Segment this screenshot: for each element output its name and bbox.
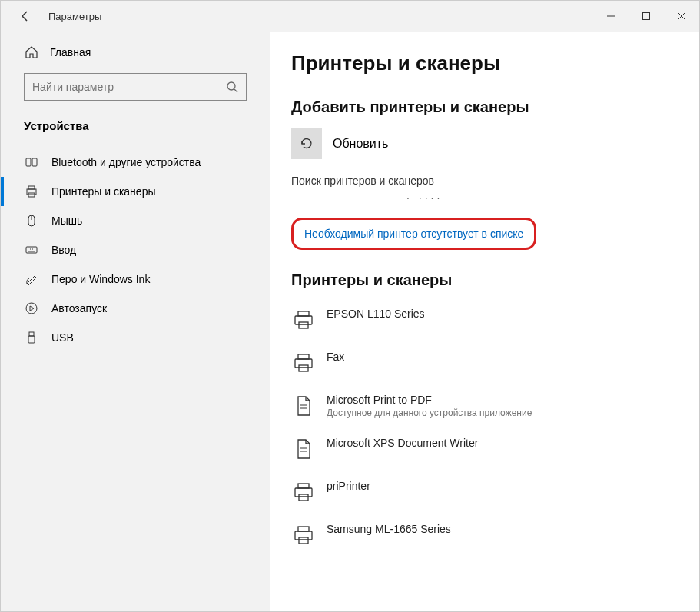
autoplay-icon bbox=[24, 301, 39, 315]
sidebar-item-printers[interactable]: Принтеры и сканеры bbox=[24, 177, 247, 206]
sidebar-item-label: Автозапуск bbox=[51, 302, 107, 314]
svg-rect-32 bbox=[299, 494, 308, 501]
usb-icon bbox=[24, 331, 39, 344]
svg-rect-19 bbox=[28, 336, 35, 343]
sidebar-item-label: Принтеры и сканеры bbox=[51, 185, 155, 198]
refresh-button[interactable] bbox=[291, 128, 322, 159]
svg-rect-1 bbox=[643, 13, 650, 20]
printer-item[interactable]: Microsoft XPS Document Writer bbox=[291, 431, 699, 474]
printer-item[interactable]: EPSON L110 Series bbox=[291, 301, 699, 344]
printer-not-listed-link[interactable]: Необходимый принтер отсутствует в списке bbox=[291, 218, 536, 250]
search-icon bbox=[226, 81, 238, 93]
sidebar-item-autoplay[interactable]: Автозапуск bbox=[24, 294, 247, 323]
maximize-button[interactable] bbox=[629, 1, 664, 32]
progress-dots: · ···· bbox=[406, 191, 699, 204]
printer-device-icon bbox=[291, 308, 316, 332]
add-section-title: Добавить принтеры и сканеры bbox=[291, 98, 699, 116]
printer-item[interactable]: Fax bbox=[291, 344, 699, 387]
printer-name: EPSON L110 Series bbox=[327, 308, 425, 320]
sidebar-item-label: Ввод bbox=[51, 244, 76, 256]
sidebar-item-usb[interactable]: USB bbox=[24, 323, 247, 352]
printer-item[interactable]: Samsung ML-1665 Series bbox=[291, 517, 699, 560]
sidebar-item-pen[interactable]: Перо и Windows Ink bbox=[24, 264, 247, 294]
home-label: Главная bbox=[50, 46, 91, 58]
window-title: Параметры bbox=[48, 11, 101, 22]
bluetooth-icon bbox=[24, 155, 39, 169]
sidebar-item-label: Мышь bbox=[51, 215, 82, 227]
close-button[interactable] bbox=[664, 1, 699, 32]
svg-rect-30 bbox=[295, 488, 312, 497]
searching-status: Поиск принтеров и сканеров bbox=[291, 175, 699, 187]
svg-point-17 bbox=[26, 303, 37, 314]
printer-device-icon bbox=[291, 523, 316, 547]
page-title: Принтеры и сканеры bbox=[291, 52, 699, 75]
refresh-row[interactable]: Обновить bbox=[291, 128, 699, 159]
document-icon bbox=[291, 437, 316, 461]
search-box[interactable] bbox=[24, 73, 247, 101]
list-section-title: Принтеры и сканеры bbox=[291, 271, 699, 289]
printer-name: Microsoft Print to PDF bbox=[327, 394, 532, 406]
svg-rect-18 bbox=[29, 332, 34, 336]
search-input[interactable] bbox=[32, 81, 226, 93]
printer-name: Samsung ML-1665 Series bbox=[327, 523, 451, 535]
printer-subtitle: Доступное для данного устройства приложе… bbox=[327, 407, 532, 418]
printer-item[interactable]: priPrinter bbox=[291, 474, 699, 517]
printer-item[interactable]: Microsoft Print to PDFДоступное для данн… bbox=[291, 387, 699, 431]
printer-device-icon bbox=[291, 351, 316, 375]
svg-rect-4 bbox=[26, 158, 31, 166]
body: Главная Устройства Bluetooth и другие ус… bbox=[1, 32, 699, 611]
svg-point-2 bbox=[227, 82, 235, 90]
document-icon bbox=[291, 394, 316, 418]
titlebar: Параметры bbox=[1, 1, 699, 32]
svg-rect-31 bbox=[298, 484, 309, 488]
sidebar-item-label: Перо и Windows Ink bbox=[51, 273, 150, 285]
printer-name: Microsoft XPS Document Writer bbox=[327, 437, 478, 449]
svg-line-3 bbox=[234, 89, 237, 92]
printer-icon bbox=[24, 185, 39, 198]
sidebar: Главная Устройства Bluetooth и другие ус… bbox=[1, 32, 270, 611]
main-content: Принтеры и сканеры Добавить принтеры и с… bbox=[270, 32, 699, 611]
sidebar-item-label: Bluetooth и другие устройства bbox=[51, 156, 201, 168]
svg-rect-23 bbox=[295, 359, 312, 368]
back-button[interactable] bbox=[16, 7, 35, 25]
svg-rect-20 bbox=[295, 316, 312, 324]
sidebar-item-mouse[interactable]: Мышь bbox=[24, 206, 247, 235]
svg-rect-22 bbox=[299, 322, 308, 328]
svg-rect-35 bbox=[299, 537, 308, 544]
settings-window: Параметры Главная Устройства bbox=[0, 0, 700, 612]
svg-rect-7 bbox=[28, 186, 35, 189]
home-link[interactable]: Главная bbox=[24, 45, 247, 59]
sidebar-item-typing[interactable]: Ввод bbox=[24, 235, 247, 264]
sidebar-category: Устройства bbox=[24, 119, 247, 132]
svg-rect-25 bbox=[299, 365, 308, 371]
pen-icon bbox=[24, 272, 39, 286]
sidebar-item-bluetooth[interactable]: Bluetooth и другие устройства bbox=[24, 148, 247, 177]
minimize-button[interactable] bbox=[593, 1, 629, 32]
svg-rect-11 bbox=[26, 247, 37, 253]
printer-name: priPrinter bbox=[327, 480, 370, 492]
svg-rect-33 bbox=[295, 531, 312, 540]
mouse-icon bbox=[24, 214, 39, 228]
svg-rect-21 bbox=[298, 311, 309, 316]
printer-name: Fax bbox=[327, 351, 344, 363]
window-controls bbox=[593, 1, 699, 32]
svg-rect-34 bbox=[298, 527, 309, 531]
svg-rect-24 bbox=[298, 354, 309, 359]
keyboard-icon bbox=[24, 243, 39, 257]
svg-rect-5 bbox=[32, 158, 37, 166]
sidebar-item-label: USB bbox=[51, 331, 74, 344]
home-icon bbox=[24, 45, 39, 59]
refresh-icon bbox=[298, 135, 315, 152]
refresh-label: Обновить bbox=[333, 137, 388, 151]
printer-device-icon bbox=[291, 480, 316, 504]
